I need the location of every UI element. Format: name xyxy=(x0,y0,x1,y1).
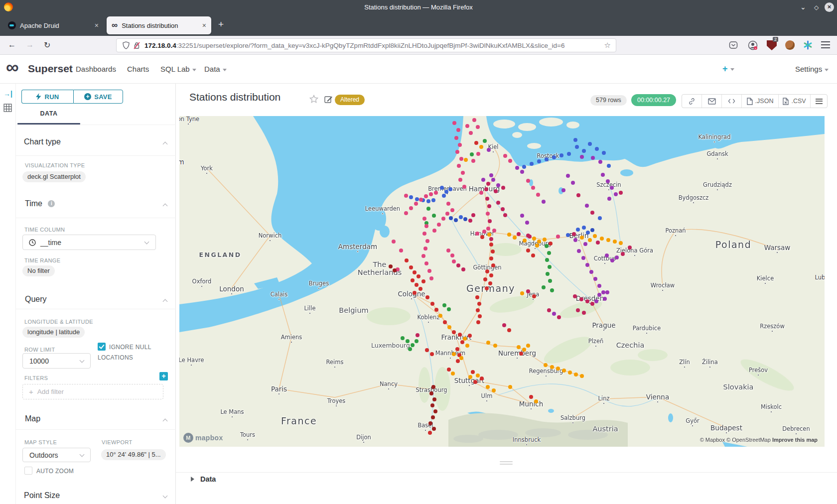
chevron-up-icon[interactable] xyxy=(163,299,168,304)
plus-icon: + xyxy=(29,387,33,396)
row-limit-label: ROW LIMIT xyxy=(24,347,55,353)
time-column-select[interactable]: __time xyxy=(22,235,156,250)
datasource-grid-icon[interactable] xyxy=(3,104,12,112)
ublock-icon[interactable] xyxy=(767,40,777,50)
new-chart-plus-button[interactable]: + xyxy=(722,64,734,74)
section-map[interactable]: Map xyxy=(25,414,40,423)
checkbox-unchecked-icon[interactable] xyxy=(24,467,32,475)
map-label: Rzeszów xyxy=(760,323,785,330)
scatter-point xyxy=(434,191,438,195)
improve-map-link[interactable]: Improve this map xyxy=(772,437,818,443)
section-time[interactable]: Time i xyxy=(25,199,55,208)
scatter-point xyxy=(601,290,605,294)
panel-resize-handle[interactable] xyxy=(500,461,513,466)
export-csv-button[interactable]: .CSV xyxy=(779,95,811,108)
scatter-point xyxy=(607,164,611,168)
email-button[interactable] xyxy=(702,95,722,108)
nav-item-data[interactable]: Data xyxy=(204,65,227,73)
map-city-dot xyxy=(709,366,711,368)
lock-disabled-icon[interactable] xyxy=(134,42,140,49)
map-canvas[interactable]: on TynemYorkENGLANDNorwichOxfordLondonCa… xyxy=(179,116,825,447)
window-maximize-button[interactable]: ◇ xyxy=(814,3,819,12)
nav-item-charts[interactable]: Charts xyxy=(127,65,149,73)
viz-type-value[interactable]: deck.gl Scatterplot xyxy=(22,171,86,182)
browser-menu-icon[interactable] xyxy=(821,41,830,48)
browser-tab-stations[interactable]: ∞ Stations distribution × xyxy=(107,16,211,34)
export-csv-label: .CSV xyxy=(791,98,806,105)
shield-icon[interactable] xyxy=(123,41,130,49)
scatter-point xyxy=(447,325,451,329)
scatter-point xyxy=(548,265,552,269)
copy-link-button[interactable] xyxy=(682,95,702,108)
pocket-icon[interactable] xyxy=(729,41,738,50)
edit-title-icon[interactable] xyxy=(324,95,333,104)
ignore-null-control[interactable]: IGNORE NULL LOCATIONS xyxy=(98,342,165,363)
nav-item-dashboards[interactable]: Dashboards xyxy=(76,65,116,73)
new-tab-button[interactable]: + xyxy=(218,19,224,30)
scatter-point xyxy=(430,403,434,407)
nav-item-sqllab[interactable]: SQL Lab xyxy=(160,65,196,73)
data-panel-toggle[interactable]: Data xyxy=(191,475,216,483)
lonlat-value[interactable]: longitude | latitude xyxy=(22,327,85,338)
settings-menu[interactable]: Settings xyxy=(795,65,829,73)
favorite-star-icon[interactable] xyxy=(309,95,318,104)
scatter-point xyxy=(401,336,405,340)
scatter-point xyxy=(452,121,456,125)
back-icon[interactable]: ← xyxy=(8,40,16,49)
chevron-up-icon[interactable] xyxy=(163,204,168,209)
account-icon[interactable]: × xyxy=(748,40,758,50)
cookie-icon[interactable] xyxy=(785,40,795,50)
scatter-point xyxy=(489,237,493,241)
section-query[interactable]: Query xyxy=(25,295,47,304)
scatter-point xyxy=(441,217,445,221)
section-chart-type[interactable]: Chart type xyxy=(24,137,61,146)
chevron-down-icon[interactable] xyxy=(163,494,168,499)
scatter-point xyxy=(475,295,479,299)
section-point-size[interactable]: Point Size xyxy=(24,491,60,500)
bookmark-star-icon[interactable]: ☆ xyxy=(604,41,611,50)
map-city-dot xyxy=(776,252,778,253)
scatter-point xyxy=(489,273,493,277)
add-filter-input[interactable]: + Add filter xyxy=(22,384,163,399)
scatter-point xyxy=(460,340,464,344)
map-label: Ulm xyxy=(481,392,493,399)
chevron-up-icon[interactable] xyxy=(163,142,168,147)
tab-close-icon[interactable]: × xyxy=(202,21,206,29)
scatter-point xyxy=(520,170,524,174)
collapse-panel-icon[interactable]: →| xyxy=(3,90,12,98)
mapbox-logo[interactable]: M mapbox xyxy=(183,433,223,443)
map-city-dot xyxy=(595,345,597,347)
altered-badge[interactable]: Altered xyxy=(335,95,365,105)
scatter-point xyxy=(581,256,585,260)
map-city-dot xyxy=(449,357,451,359)
row-limit-select[interactable]: 10000 xyxy=(22,353,91,369)
auto-zoom-control[interactable]: AUTO ZOOM xyxy=(24,466,74,475)
chart-menu-button[interactable] xyxy=(811,95,827,108)
embed-code-button[interactable] xyxy=(722,95,742,108)
scatter-point xyxy=(462,185,466,189)
scatter-point xyxy=(548,279,552,283)
superset-logo[interactable]: ∞ xyxy=(6,59,19,76)
window-close-button[interactable]: × xyxy=(825,2,834,12)
tab-data[interactable]: DATA xyxy=(17,110,80,117)
export-json-button[interactable]: .JSON xyxy=(742,95,779,108)
brand-name[interactable]: Superset xyxy=(28,63,73,75)
scatter-point xyxy=(429,192,433,196)
checkbox-checked-icon[interactable] xyxy=(98,343,106,351)
url-input[interactable]: 172.18.0.4:32251/superset/explore/?form_… xyxy=(116,38,616,52)
time-range-value[interactable]: No filter xyxy=(22,265,55,276)
map-style-select[interactable]: Outdoors xyxy=(22,448,91,462)
scatter-point xyxy=(520,291,524,295)
run-button[interactable]: RUN xyxy=(21,90,73,104)
save-button[interactable]: + SAVE xyxy=(73,90,123,104)
extension-asterisk-icon[interactable] xyxy=(803,40,813,50)
browser-tab-druid[interactable]: Apache Druid × xyxy=(3,16,104,34)
reload-icon[interactable]: ↻ xyxy=(44,40,50,50)
map-label: Linz xyxy=(598,395,610,402)
viewport-value[interactable]: 10° 24' 49.86" | 5... xyxy=(101,449,166,460)
window-minimize-button[interactable]: ⌄ xyxy=(800,2,806,11)
add-filter-plus-button[interactable]: + xyxy=(159,372,168,380)
scatter-point xyxy=(507,328,511,332)
chevron-up-icon[interactable] xyxy=(163,419,168,424)
tab-close-icon[interactable]: × xyxy=(95,21,99,29)
